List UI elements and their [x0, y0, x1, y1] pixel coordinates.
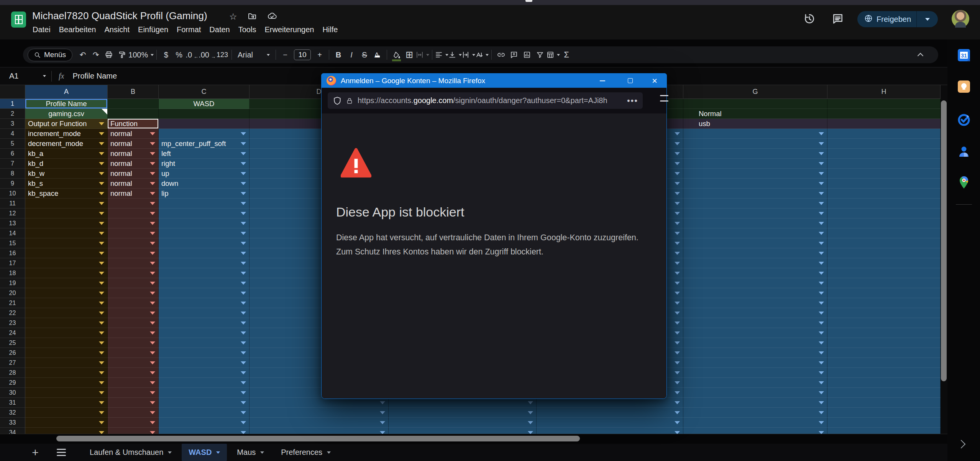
cell-A6[interactable]: kb_a: [25, 149, 108, 159]
dropdown-arrow-icon[interactable]: [675, 142, 680, 145]
dropdown-arrow-icon[interactable]: [241, 182, 246, 185]
cell-F34[interactable]: [537, 428, 683, 434]
dropdown-arrow-icon[interactable]: [150, 152, 155, 155]
dropdown-arrow-icon[interactable]: [819, 142, 824, 145]
cell-B13[interactable]: [108, 218, 159, 228]
row-header-5[interactable]: 5: [0, 139, 25, 149]
row-header-6[interactable]: 6: [0, 149, 25, 159]
cell-B15[interactable]: [108, 238, 159, 248]
dropdown-arrow-icon[interactable]: [150, 391, 155, 394]
dropdown-arrow-icon[interactable]: [150, 232, 155, 235]
cell-A8[interactable]: kb_w: [25, 169, 108, 179]
cell-C28[interactable]: [159, 368, 250, 378]
font-size-input[interactable]: 10: [294, 49, 311, 60]
cell-A29[interactable]: [25, 378, 108, 388]
cell-C14[interactable]: [159, 228, 250, 238]
dropdown-arrow-icon[interactable]: [99, 431, 104, 434]
dropdown-arrow-icon[interactable]: [528, 401, 533, 404]
sheet-tab-preferences[interactable]: Preferences: [274, 444, 338, 461]
dropdown-arrow-icon[interactable]: [150, 322, 155, 325]
cell-A12[interactable]: [25, 208, 108, 218]
version-history-icon[interactable]: [803, 13, 816, 25]
column-header-C[interactable]: C: [159, 85, 250, 99]
cell-D31[interactable]: [250, 398, 389, 408]
cell-B24[interactable]: [108, 328, 159, 338]
dropdown-arrow-icon[interactable]: [241, 322, 246, 325]
cell-H11[interactable]: [827, 199, 941, 208]
name-box[interactable]: A1: [0, 72, 46, 80]
cell-G25[interactable]: [683, 338, 827, 348]
cell-G28[interactable]: [683, 368, 827, 378]
row-header-14[interactable]: 14: [0, 228, 25, 238]
dropdown-arrow-icon[interactable]: [675, 302, 680, 305]
cell-B7[interactable]: normal: [108, 159, 159, 169]
dropdown-arrow-icon[interactable]: [675, 431, 680, 434]
format-percent-button[interactable]: %: [172, 49, 185, 61]
dropdown-arrow-icon[interactable]: [819, 182, 824, 185]
cell-C30[interactable]: [159, 388, 250, 398]
cell-A10[interactable]: kb_space: [25, 189, 108, 199]
cell-G29[interactable]: [683, 378, 827, 388]
cell-A16[interactable]: [25, 248, 108, 258]
dropdown-arrow-icon[interactable]: [675, 391, 680, 394]
row-header-31[interactable]: 31: [0, 398, 25, 408]
dropdown-arrow-icon[interactable]: [241, 351, 246, 354]
cell-B5[interactable]: normal: [108, 139, 159, 149]
cell-C23[interactable]: [159, 318, 250, 328]
google-tasks-icon[interactable]: [957, 112, 971, 127]
cell-A4[interactable]: increment_mode: [25, 129, 108, 139]
cell-C7[interactable]: right: [159, 159, 250, 169]
cell-C15[interactable]: [159, 238, 250, 248]
dropdown-arrow-icon[interactable]: [241, 172, 246, 175]
cell-G18[interactable]: [683, 268, 827, 278]
close-button[interactable]: ×: [646, 74, 663, 88]
row-header-8[interactable]: 8: [0, 169, 25, 179]
dropdown-arrow-icon[interactable]: [819, 361, 824, 364]
cell-B18[interactable]: [108, 268, 159, 278]
cell-G24[interactable]: [683, 328, 827, 338]
dropdown-arrow-icon[interactable]: [99, 312, 104, 315]
dropdown-arrow-icon[interactable]: [675, 331, 680, 335]
cell-C6[interactable]: left: [159, 149, 250, 159]
row-header-17[interactable]: 17: [0, 258, 25, 268]
row-header-10[interactable]: 10: [0, 189, 25, 199]
menu-daten[interactable]: Daten: [205, 24, 234, 35]
menu-erweiterungen[interactable]: Erweiterungen: [260, 24, 318, 35]
cell-G34[interactable]: [683, 428, 827, 434]
cell-B3[interactable]: Function: [108, 119, 159, 129]
cell-G16[interactable]: [683, 248, 827, 258]
dropdown-arrow-icon[interactable]: [150, 192, 155, 195]
dropdown-arrow-icon[interactable]: [819, 222, 824, 225]
dropdown-arrow-icon[interactable]: [675, 222, 680, 225]
cell-H1[interactable]: [827, 99, 941, 109]
cell-H8[interactable]: [827, 169, 941, 179]
dropdown-arrow-icon[interactable]: [675, 312, 680, 315]
dropdown-arrow-icon[interactable]: [241, 371, 246, 374]
dropdown-arrow-icon[interactable]: [99, 381, 104, 384]
cell-A25[interactable]: [25, 338, 108, 348]
cell-C17[interactable]: [159, 258, 250, 268]
dropdown-arrow-icon[interactable]: [99, 292, 104, 295]
dropdown-arrow-icon[interactable]: [675, 401, 680, 404]
cell-F33[interactable]: [537, 418, 683, 428]
cell-G23[interactable]: [683, 318, 827, 328]
cell-H19[interactable]: [827, 278, 941, 288]
menu-bearbeiten[interactable]: Bearbeiten: [55, 24, 100, 35]
cell-H17[interactable]: [827, 258, 941, 268]
cell-G14[interactable]: [683, 228, 827, 238]
cell-H12[interactable]: [827, 208, 941, 218]
sheets-logo-icon[interactable]: [11, 11, 26, 28]
cell-G17[interactable]: [683, 258, 827, 268]
dropdown-arrow-icon[interactable]: [99, 282, 104, 285]
cell-H23[interactable]: [827, 318, 941, 328]
dropdown-arrow-icon[interactable]: [675, 212, 680, 215]
cell-A26[interactable]: [25, 348, 108, 358]
formula-input[interactable]: Profile Name: [72, 72, 117, 80]
format-currency-button[interactable]: $: [159, 49, 172, 61]
cell-H18[interactable]: [827, 268, 941, 278]
row-header-7[interactable]: 7: [0, 159, 25, 169]
cell-G5[interactable]: [683, 139, 827, 149]
dropdown-arrow-icon[interactable]: [241, 292, 246, 295]
dropdown-arrow-icon[interactable]: [241, 361, 246, 364]
dropdown-arrow-icon[interactable]: [99, 331, 104, 335]
